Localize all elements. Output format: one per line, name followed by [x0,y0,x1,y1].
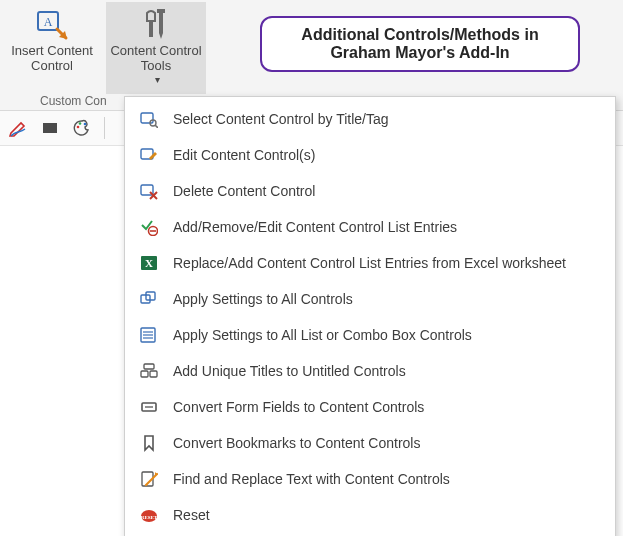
shading-tool-icon[interactable] [40,118,60,138]
menu-item-apply-all[interactable]: Apply Settings to All Controls [125,281,615,317]
chevron-down-icon: ▾ [155,74,160,86]
menu-item-label: Delete Content Control [173,183,315,199]
edit-icon [139,145,159,165]
menu-item-label: Apply Settings to All List or Combo Box … [173,327,472,343]
list-entries-icon [139,217,159,237]
svg-text:X: X [145,257,153,269]
svg-rect-4 [157,9,165,13]
content-control-tools-button[interactable]: Content Control Tools ▾ [106,2,206,94]
menu-item-unique-titles[interactable]: Add Unique Titles to Untitled Controls [125,353,615,389]
excel-icon: X [139,253,159,273]
callout-box: Additional Controls/Methods in Graham Ma… [260,16,580,72]
svg-text:RESET: RESET [141,515,158,520]
menu-item-convert-bookmarks[interactable]: Convert Bookmarks to Content Controls [125,425,615,461]
menu-item-list-entries[interactable]: Add/Remove/Edit Content Control List Ent… [125,209,615,245]
select-icon [139,109,159,129]
menu-item-label: Add/Remove/Edit Content Control List Ent… [173,219,457,235]
svg-line-11 [155,125,158,128]
svg-text:A: A [44,15,53,29]
find-replace-icon [139,469,159,489]
reset-icon: RESET [139,505,159,525]
svg-rect-2 [149,21,153,37]
ribbon: A Insert Content Control Content Control… [0,0,623,111]
svg-rect-28 [150,371,157,377]
content-control-tools-label: Content Control Tools [110,44,201,74]
menu-item-label: Select Content Control by Title/Tag [173,111,389,127]
menu-item-label: Convert Form Fields to Content Controls [173,399,424,415]
apply-all-icon [139,289,159,309]
callout-text: Additional Controls/Methods in Graham Ma… [272,26,568,62]
insert-content-control-button[interactable]: A Insert Content Control [2,2,102,94]
delete-icon [139,181,159,201]
svg-point-7 [79,122,82,125]
svg-point-6 [77,126,80,129]
menu-item-label: Find and Replace Text with Content Contr… [173,471,450,487]
tools-icon [138,6,174,42]
pen-tool-icon[interactable] [8,118,28,138]
unique-titles-icon [139,361,159,381]
menu-item-delete[interactable]: Delete Content Control [125,173,615,209]
ribbon-group-label: Custom Con [40,94,107,108]
menu-item-label: Convert Bookmarks to Content Controls [173,435,420,451]
content-control-tools-menu: Select Content Control by Title/Tag Edit… [124,96,616,536]
menu-item-apply-list-combo[interactable]: Apply Settings to All List or Combo Box … [125,317,615,353]
palette-tool-icon[interactable] [72,118,92,138]
convert-bookmark-icon [139,433,159,453]
menu-item-label: Apply Settings to All Controls [173,291,353,307]
menu-item-edit[interactable]: Edit Content Control(s) [125,137,615,173]
menu-item-find-replace[interactable]: Find and Replace Text with Content Contr… [125,461,615,497]
menu-item-excel-list[interactable]: X Replace/Add Content Control List Entri… [125,245,615,281]
svg-rect-3 [159,11,163,33]
svg-rect-5 [43,123,57,133]
menu-item-reset[interactable]: RESET Reset [125,497,615,533]
insert-content-control-icon: A [34,6,70,42]
svg-rect-27 [141,371,148,377]
menu-item-label: Replace/Add Content Control List Entries… [173,255,566,271]
apply-list-icon [139,325,159,345]
menu-item-label: Edit Content Control(s) [173,147,315,163]
menu-item-label: Add Unique Titles to Untitled Controls [173,363,406,379]
menu-item-select-by-title[interactable]: Select Content Control by Title/Tag [125,101,615,137]
menu-item-convert-form-fields[interactable]: Convert Form Fields to Content Controls [125,389,615,425]
svg-point-8 [84,123,87,126]
toolbar-divider [104,117,105,139]
convert-form-icon [139,397,159,417]
insert-content-control-label: Insert Content Control [11,44,93,74]
svg-rect-26 [144,364,154,369]
menu-item-label: Reset [173,507,210,523]
